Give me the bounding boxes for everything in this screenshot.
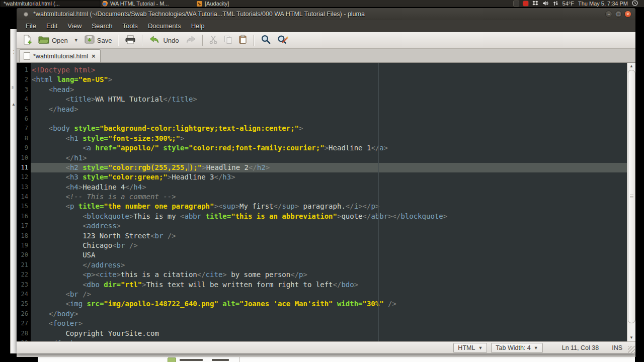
code-line-15[interactable]: <p title="the number one paragraph"><sup… [31,202,627,211]
line-number-17[interactable]: 17 [17,221,31,231]
code-line-4[interactable]: <title>WA HTML Tutorial</title> [31,95,627,104]
code-line-9[interactable]: <a href="appollo/" style="color:red;font… [31,143,627,153]
replace-button[interactable] [275,33,291,47]
line-number-15[interactable]: 15 [17,202,31,211]
line-number-22[interactable]: 22 [17,270,31,280]
new-document-button[interactable] [21,33,35,47]
line-number-11[interactable]: 11 [17,163,31,172]
code-line-12[interactable]: <h3 style="color:green;">Headline 3</h3> [31,172,627,182]
vertical-scrollbar[interactable]: ▲ ▼ [627,63,635,341]
code-line-24[interactable]: <br /> [31,290,627,299]
language-selector[interactable]: HTML ▼ [453,343,487,353]
line-number-8[interactable]: 8 [17,134,31,143]
menu-documents[interactable]: Documents [143,21,186,31]
line-number-5[interactable]: 5 [17,105,31,114]
taskbar-item-pluma[interactable]: *wahtmltutorial.html (... [0,0,101,7]
copy-button[interactable] [221,33,235,47]
taskbar-item-firefox[interactable]: WA HTML Tutorial - M... [99,0,173,7]
line-number-20[interactable]: 20 [17,250,31,260]
taskbar-item-audacity[interactable]: [Audacity] [193,0,232,7]
line-number-25[interactable]: 25 [17,299,31,309]
code-line-10[interactable]: </h1> [31,153,627,163]
code-line-8[interactable]: <h1 style="font-size:300%;"> [31,134,627,143]
save-button[interactable]: Save [82,33,115,47]
volume-icon[interactable] [542,1,549,7]
menu-search[interactable]: Search [87,21,117,31]
code-line-14[interactable]: <!-- This is a comment --> [31,192,627,202]
temperature-indicator[interactable]: 54°F [562,1,574,7]
line-number-12[interactable]: 12 [17,172,31,182]
line-number-1[interactable]: 1 [17,65,31,75]
line-number-6[interactable]: 6 [17,114,31,124]
line-number-10[interactable]: 10 [17,153,31,163]
line-number-13[interactable]: 13 [17,183,31,192]
tab-width-selector[interactable]: Tab Width: 4 ▼ [491,343,542,353]
line-number-19[interactable]: 19 [17,241,31,250]
code-line-17[interactable]: <address> [31,221,627,231]
print-button[interactable] [122,33,138,47]
scrollbar-thumb[interactable] [628,70,635,323]
resize-grip[interactable] [628,346,635,353]
menu-help[interactable]: Help [186,21,210,31]
line-number-16[interactable]: 16 [17,212,31,221]
code-line-19[interactable]: Chicago<br /> [31,241,627,250]
network-arrows-icon[interactable] [553,1,558,7]
code-line-26[interactable]: </body> [31,309,627,319]
code-line-23[interactable]: <dbo dir="rtl">This text will be written… [31,280,627,290]
menu-view[interactable]: View [62,21,87,31]
code-line-25[interactable]: <img src="img/apollo-148722_640.png" alt… [31,299,627,309]
line-number-9[interactable]: 9 [17,143,31,153]
line-number-26[interactable]: 26 [17,309,31,319]
code-line-27[interactable]: <footer> [31,319,627,328]
paste-button[interactable] [236,33,250,47]
code-line-1[interactable]: <!Doctype html> [31,65,627,75]
line-number-28[interactable]: 28 [17,329,31,338]
titlebar[interactable]: *wahtmltutorial.html (~/Documents/Swab T… [17,8,635,20]
code-line-7[interactable]: <body style="background-color:lightgrey;… [31,124,627,133]
code-pane[interactable]: <!Doctype html><html lang="en-US"> <head… [31,63,627,341]
code-line-28[interactable]: Copyright YourSite.com [31,329,627,338]
code-line-11[interactable]: <h2 style="color:rgb(255,255,);">Headlin… [31,163,627,172]
line-number-27[interactable]: 27 [17,319,31,328]
menu-edit[interactable]: Edit [41,21,62,31]
line-number-2[interactable]: 2 [17,75,31,84]
redo-button[interactable] [182,33,199,47]
code-line-3[interactable]: <head> [31,85,627,95]
maximize-button[interactable]: ▢ [615,11,622,18]
open-dropdown-button[interactable]: ▼ [71,33,81,47]
code-line-6[interactable] [31,114,627,124]
code-line-16[interactable]: <blockquote>This is my <abbr title="this… [31,212,627,221]
screenrecorder-icon[interactable] [513,1,519,7]
background-window-bottom[interactable] [38,357,635,362]
find-button[interactable] [258,33,274,47]
line-number-14[interactable]: 14 [17,192,31,202]
line-number-23[interactable]: 23 [17,280,31,290]
cut-button[interactable] [207,33,220,47]
line-number-18[interactable]: 18 [17,231,31,241]
code-line-2[interactable]: <html lang="en-US"> [31,75,627,84]
tab-wahtmltutorial[interactable]: *wahtmltutorial.html × [19,49,101,62]
line-number-4[interactable]: 4 [17,95,31,104]
scroll-up-arrow-icon[interactable]: ▲ [627,63,635,70]
clock-indicator[interactable]: Thu May 5, 7:34 PM [578,1,628,7]
code-line-13[interactable]: <h4>Headline 4</h4> [31,183,627,192]
close-button[interactable]: × [624,11,631,18]
tab-close-icon[interactable]: × [91,53,96,59]
menu-file[interactable]: File [21,21,41,31]
scroll-down-arrow-icon[interactable]: ▼ [627,334,635,341]
code-line-22[interactable]: <p><cite>this is a citation</cite> by so… [31,270,627,280]
line-number-24[interactable]: 24 [17,290,31,299]
menu-tools[interactable]: Tools [118,21,143,31]
open-button[interactable]: Open [36,33,70,47]
line-number-7[interactable]: 7 [17,124,31,133]
line-number-3[interactable]: 3 [17,85,31,95]
line-number-gutter[interactable]: 1234567891011121314151617181920212223242… [17,63,31,341]
undo-button[interactable]: Undo [146,33,181,47]
code-line-18[interactable]: 123 North Street<br /> [31,231,627,241]
session-clock-icon[interactable] [632,0,638,7]
dropbox-icon[interactable] [532,1,538,7]
code-line-21[interactable]: </address> [31,260,627,270]
record-indicator-icon[interactable] [523,1,528,6]
minimize-button[interactable]: − [605,11,612,18]
code-line-5[interactable]: </head> [31,105,627,114]
